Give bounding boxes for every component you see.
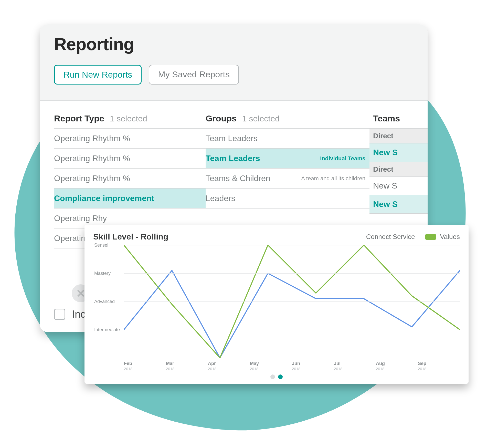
report-tabs: Run New Reports My Saved Reports <box>54 65 413 85</box>
legend-label: Values <box>440 233 460 241</box>
group-item[interactable]: Leaders <box>206 189 369 209</box>
team-item[interactable]: New S <box>369 177 428 195</box>
report-type-item[interactable]: Operating Rhythm % <box>54 149 206 169</box>
chart-x-label: May2018 <box>250 361 292 371</box>
chart-x-label: Apr2018 <box>208 361 250 371</box>
team-item[interactable]: New S <box>369 195 428 214</box>
group-item[interactable]: Teams & Children A team and all its chil… <box>206 169 369 189</box>
report-type-item-selected[interactable]: Compliance improvement <box>54 189 206 209</box>
team-subhead: Direct <box>369 129 428 143</box>
team-subhead: Direct <box>369 162 428 177</box>
report-type-item[interactable]: Operating Rhythm % <box>54 129 206 149</box>
legend-label: Connect Service <box>366 233 415 241</box>
pager-dot-active[interactable] <box>278 374 283 379</box>
legend-item: Connect Service <box>351 233 415 241</box>
team-item[interactable]: New S <box>369 143 428 162</box>
page-title: Reporting <box>54 34 413 54</box>
chart-x-label: Jul2018 <box>334 361 376 371</box>
chart-pager <box>93 373 460 379</box>
chart-x-label: Mar2018 <box>166 361 208 371</box>
teams-label: Teams <box>373 113 400 123</box>
groups-label: Groups <box>206 113 237 123</box>
groups-count: 1 selected <box>242 114 280 123</box>
chart-x-axis: Feb2018Mar2018Apr2018May2018Jun2018Jul20… <box>124 361 460 371</box>
chart-plot: Feb2018Mar2018Apr2018May2018Jun2018Jul20… <box>93 245 460 373</box>
chart-legend: Connect Service Values <box>351 233 460 241</box>
legend-swatch <box>425 234 436 240</box>
tab-my-saved-reports[interactable]: My Saved Reports <box>149 65 239 85</box>
chart-y-label: Advanced <box>94 299 115 304</box>
chart-y-label: Sensei <box>94 243 108 248</box>
report-type-count: 1 selected <box>110 114 147 123</box>
chart-x-label: Jun2018 <box>292 361 334 371</box>
chart-card: Skill Level - Rolling Connect Service Va… <box>84 225 469 384</box>
chart-y-label: Mastery <box>94 271 111 276</box>
report-type-item[interactable]: Operating Rhythm % <box>54 169 206 189</box>
reporting-header: Reporting Run New Reports My Saved Repor… <box>40 24 428 101</box>
chart-x-label: Feb2018 <box>124 361 166 371</box>
chart-x-label: Sep2018 <box>418 361 460 371</box>
report-type-label: Report Type <box>54 113 104 123</box>
pager-dot[interactable] <box>270 374 275 379</box>
chart-y-label: Intermediate <box>94 327 120 332</box>
chart-x-label: Aug2018 <box>376 361 418 371</box>
chart-title: Skill Level - Rolling <box>93 232 351 242</box>
include-checkbox[interactable] <box>54 309 65 320</box>
group-item-selected[interactable]: Team Leaders Individual Teams <box>206 149 369 169</box>
legend-swatch <box>351 234 363 240</box>
group-item[interactable]: Team Leaders <box>206 129 369 149</box>
chart-series-line <box>124 270 460 358</box>
legend-item: Values <box>425 233 460 241</box>
tab-run-new-reports[interactable]: Run New Reports <box>54 65 142 85</box>
